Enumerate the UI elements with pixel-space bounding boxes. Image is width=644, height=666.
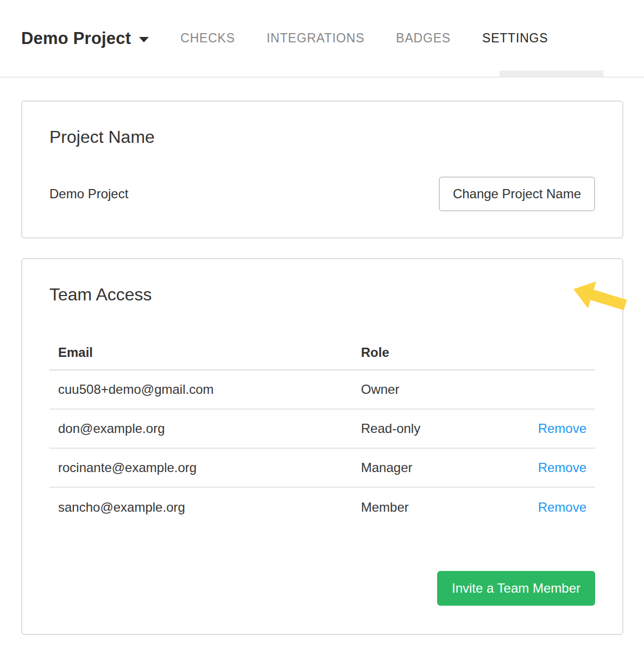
column-header-action — [521, 335, 595, 370]
invite-row: Invite a Team Member — [49, 571, 595, 606]
project-dropdown[interactable]: Demo Project — [21, 29, 149, 48]
table-row: rocinante@example.org Manager Remove — [49, 448, 595, 487]
tab-checks[interactable]: CHECKS — [180, 31, 235, 46]
member-action-cell: Remove — [521, 409, 595, 448]
settings-content: Project Name Demo Project Change Project… — [0, 78, 644, 655]
member-action-cell: Remove — [521, 487, 595, 526]
team-access-card: Team Access Email Role cuu508+demo@gmail… — [21, 258, 623, 635]
member-action-cell — [521, 370, 595, 409]
tab-integrations[interactable]: INTEGRATIONS — [267, 31, 364, 46]
member-email: don@example.org — [49, 409, 352, 448]
column-header-role: Role — [352, 335, 522, 370]
member-role: Member — [352, 487, 522, 526]
project-name-card-title: Project Name — [49, 127, 595, 147]
tab-badges[interactable]: BADGES — [396, 31, 451, 46]
member-email: rocinante@example.org — [49, 448, 352, 487]
team-access-table: Email Role cuu508+demo@gmail.com Owner d… — [49, 335, 595, 526]
member-role: Owner — [352, 370, 522, 409]
settings-page: Demo Project CHECKS INTEGRATIONS BADGES … — [0, 0, 644, 666]
member-role: Read-only — [352, 409, 522, 448]
change-project-name-button[interactable]: Change Project Name — [439, 177, 595, 211]
team-access-card-title: Team Access — [49, 284, 595, 305]
remove-member-link[interactable]: Remove — [538, 421, 586, 436]
active-tab-indicator — [500, 71, 603, 77]
tab-settings[interactable]: SETTINGS — [482, 31, 548, 46]
member-role: Manager — [352, 448, 522, 487]
remove-member-link[interactable]: Remove — [538, 500, 586, 514]
table-header-row: Email Role — [49, 335, 595, 370]
project-name-card: Project Name Demo Project Change Project… — [21, 100, 623, 238]
invite-team-member-button[interactable]: Invite a Team Member — [437, 571, 595, 606]
caret-down-icon — [139, 37, 149, 42]
top-navigation: Demo Project CHECKS INTEGRATIONS BADGES … — [0, 0, 644, 78]
member-email: cuu508+demo@gmail.com — [49, 370, 352, 409]
column-header-email: Email — [49, 335, 352, 370]
table-row: don@example.org Read-only Remove — [49, 409, 595, 448]
project-title: Demo Project — [21, 29, 131, 48]
table-row: cuu508+demo@gmail.com Owner — [49, 370, 595, 409]
member-email: sancho@example.org — [49, 487, 352, 526]
table-row: sancho@example.org Member Remove — [49, 487, 595, 526]
project-name-row: Demo Project Change Project Name — [49, 177, 595, 211]
member-action-cell: Remove — [521, 448, 595, 487]
project-name-value: Demo Project — [49, 186, 128, 202]
remove-member-link[interactable]: Remove — [538, 460, 586, 475]
